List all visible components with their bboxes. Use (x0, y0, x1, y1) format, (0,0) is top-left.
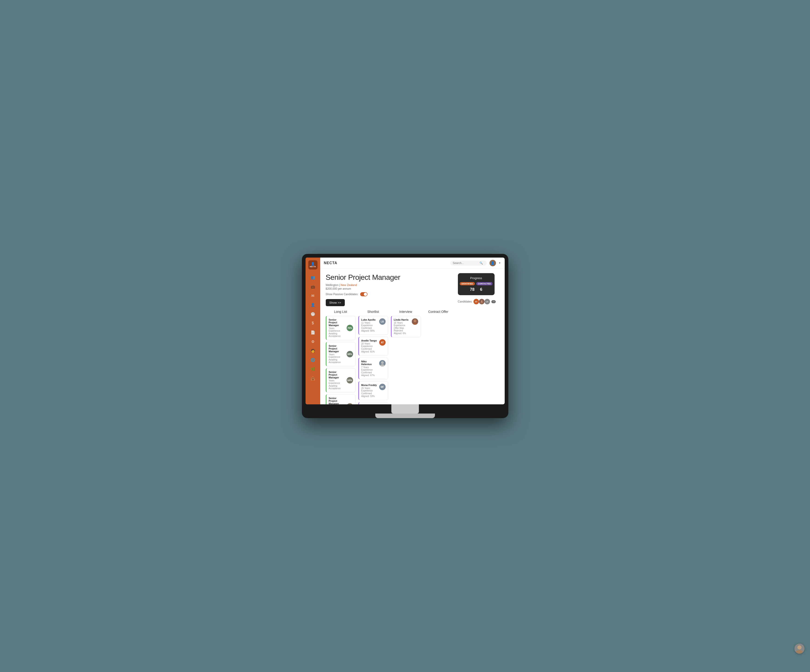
svg-point-1 (380, 364, 385, 367)
cand-avatar-photo[interactable] (479, 299, 484, 304)
mona-aligned: Aligned: 59% (361, 395, 377, 397)
niko-status: Confirmed (361, 371, 377, 374)
linda-status: Offer Was Rejected (394, 327, 410, 332)
mona-exp: 26 Years Experience (361, 387, 377, 392)
sidebar-settings-icon[interactable]: ⚙ (309, 337, 317, 345)
badge-contacted: CONTACTED (476, 282, 493, 285)
shortlist-card-anelle-content: Anelle Tango 20 Years Experience Confirm… (361, 339, 377, 353)
shortlist-header: Shortlist (358, 310, 388, 313)
luke-status: Confirmed (361, 327, 377, 329)
shortlist-card-anelle[interactable]: Anelle Tango 20 Years Experience Confirm… (358, 337, 388, 356)
sidebar-document-icon[interactable]: 📄 (309, 328, 317, 337)
longlist-cards: Senior Project Manager Years Experience … (326, 316, 356, 404)
sidebar-team-icon[interactable]: 👤 (309, 301, 317, 309)
longlist-card-3-score: 64% (347, 377, 353, 384)
shortlist-card-mona-inner: Mona Freddy 26 Years Experience Confirme… (361, 384, 386, 398)
anelle-name: Anelle Tango (361, 339, 377, 342)
sidebar-briefcase-icon[interactable]: 💼 (309, 282, 317, 291)
longlist-card-2-sub1: Years Experience (329, 353, 345, 358)
interview-column: Interview Linda Harris 16 Years Experien… (391, 310, 421, 404)
kanban-board: Long List Senior Project Manager Years E… (326, 310, 453, 404)
sidebar-person-icon[interactable]: 🧑 (309, 347, 317, 355)
progress-badges: IDENTIFIED CONTACTED (461, 282, 491, 285)
longlist-card-2[interactable]: Senior Project Manager Years Experience … (326, 342, 356, 366)
longlist-card-1-content: Senior Project Manager Years Experience … (329, 318, 345, 338)
luke-name: Luke Apollo (361, 318, 377, 321)
luke-avatar: LB (379, 318, 386, 325)
longlist-card-2-sub2: Awaiting Acceptance (329, 359, 345, 364)
location-link[interactable]: New Zealand (341, 283, 357, 287)
cand-more[interactable]: +5 (491, 300, 496, 303)
candidates-row: Candidates: AT LE +5 (458, 299, 499, 304)
logo-text: NECTA (310, 266, 316, 268)
sidebar-clock-icon[interactable]: 🕐 (309, 310, 317, 318)
search-input[interactable] (453, 261, 478, 264)
sidebar-mail-icon[interactable]: ✉ (309, 291, 317, 300)
monitor: 👤 NECTA 👥 💼 ✉ 👤 🕐 $ 📄 ⚙ 🧑 🌐 🌿 👜 (302, 254, 508, 418)
cand-avatar-at[interactable]: AT (474, 299, 479, 304)
topbar-logo: NECTA (324, 261, 338, 265)
svg-point-5 (413, 322, 417, 325)
app: 👤 NECTA 👥 💼 ✉ 👤 🕐 $ 📄 ⚙ 🧑 🌐 🌿 👜 (305, 258, 505, 404)
sidebar-leaf-icon[interactable]: 🌿 (309, 365, 317, 373)
candidates-label: Candidates: (458, 300, 472, 303)
svg-point-6 (481, 300, 483, 302)
anelle-avatar: AT (379, 339, 386, 345)
badge-identified: IDENTIFIED (460, 282, 475, 285)
sidebar-people-icon[interactable]: 👥 (309, 273, 317, 281)
contract-header: Contract Offer (424, 310, 453, 313)
interview-header: Interview (391, 310, 421, 313)
mona-avatar: MF (379, 384, 386, 390)
main-area: NECTA 🔍 👤 ▼ Senior Project Mana (320, 258, 505, 404)
linda-content: Linda Harris 16 Years Experience Offer W… (394, 318, 410, 335)
longlist-card-1[interactable]: Senior Project Manager Years Experience … (326, 316, 356, 340)
longlist-card-2-title: Senior Project Manager (329, 345, 345, 353)
longlist-card-3[interactable]: Senior Project Manager Years Experience … (326, 368, 356, 392)
search-bar[interactable]: 🔍 (450, 261, 487, 266)
linda-exp: 16 Years Experience (394, 322, 410, 327)
cand-avatar-le[interactable]: LE (484, 299, 490, 304)
niko-avatar (379, 360, 386, 367)
salary: $200,000 per annum (326, 287, 453, 290)
search-icon: 🔍 (479, 261, 483, 264)
passive-label: Show Passive Candidates: (326, 293, 359, 296)
longlist-card-2-score: 68% (347, 351, 353, 357)
show-button[interactable]: Show >> (326, 299, 345, 306)
shortlist-card-niko-content: Niko Helenius 7 Years Experience Confirm… (361, 360, 377, 377)
progress-box: Progress IDENTIFIED CONTACTED 78 6 (458, 273, 494, 295)
contacted-count: 6 (480, 287, 483, 292)
longlist-card-4[interactable]: Senior Project Manager Years Experience … (326, 394, 356, 404)
user-dropdown-icon[interactable]: ▼ (499, 262, 501, 264)
linda-name: Linda Harris (394, 318, 410, 321)
shortlist-cards: Luke Apollo 11 Years Experience Confirme… (358, 316, 388, 404)
anelle-exp: 20 Years Experience (361, 342, 377, 347)
sidebar-network-icon[interactable]: 🌐 (309, 356, 317, 364)
sidebar: 👤 NECTA 👥 💼 ✉ 👤 🕐 $ 📄 ⚙ 🧑 🌐 🌿 👜 (305, 258, 320, 404)
shortlist-card-mona-content: Mona Freddy 26 Years Experience Confirme… (361, 384, 377, 398)
longlist-card-4-content: Senior Project Manager Years Experience … (329, 397, 345, 404)
shortlist-card-mona[interactable]: Mona Freddy 26 Years Experience Confirme… (358, 381, 388, 400)
shortlist-card-niko-inner: Niko Helenius 7 Years Experience Confirm… (361, 360, 386, 377)
shortlist-card-niko[interactable]: Niko Helenius 7 Years Experience Confirm… (358, 357, 388, 379)
shortlist-card-violet[interactable]: Violet Quin 4 Years Experience Confirmed… (358, 402, 388, 404)
sidebar-dollar-icon[interactable]: $ (309, 319, 317, 327)
user-avatar[interactable]: 👤 (489, 260, 496, 266)
mona-status: Confirmed (361, 392, 377, 395)
luke-aligned: Aligned: 90% (361, 330, 377, 332)
interview-card-linda-inner: Linda Harris 16 Years Experience Offer W… (394, 318, 418, 335)
logo[interactable]: 👤 NECTA (308, 260, 317, 269)
linda-avatar (412, 318, 418, 325)
progress-title: Progress (461, 276, 491, 280)
screen: 👤 NECTA 👥 💼 ✉ 👤 🕐 $ 📄 ⚙ 🧑 🌐 🌿 👜 (305, 258, 505, 404)
sidebar-bag-icon[interactable]: 👜 (309, 374, 317, 382)
longlist-card-4-score: 60% (347, 403, 353, 404)
shortlist-card-luke[interactable]: Luke Apollo 11 Years Experience Confirme… (358, 316, 388, 335)
passive-toggle[interactable] (360, 292, 368, 296)
interview-card-linda[interactable]: Linda Harris 16 Years Experience Offer W… (391, 316, 421, 337)
anelle-aligned: Aligned: 81% (361, 350, 377, 353)
mona-name: Mona Freddy (361, 384, 377, 386)
longlist-card-2-content: Senior Project Manager Years Experience … (329, 345, 345, 364)
longlist-card-1-sub2: Awaiting Acceptance (329, 332, 345, 337)
longlist-card-1-score: 76% (347, 325, 353, 331)
shortlist-card-luke-inner: Luke Apollo 11 Years Experience Confirme… (361, 318, 386, 332)
